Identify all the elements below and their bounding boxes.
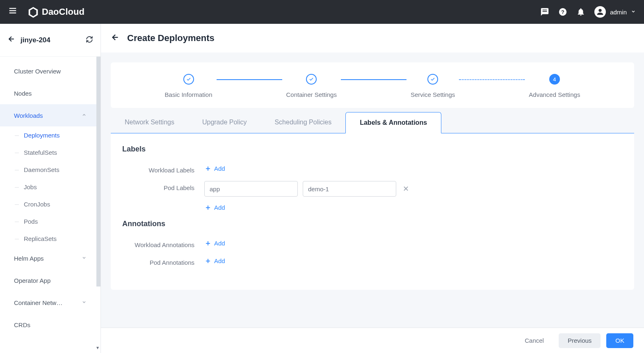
plus-icon: ＋ bbox=[204, 238, 212, 248]
step-check-icon bbox=[306, 74, 317, 85]
brand-icon bbox=[27, 6, 39, 18]
step-container-settings[interactable]: Container Settings bbox=[286, 74, 337, 98]
brand-text: DaoCloud bbox=[42, 7, 84, 17]
chevron-down-icon bbox=[631, 8, 636, 16]
add-workload-annotation-button[interactable]: ＋ Add bbox=[204, 238, 623, 248]
step-basic-info[interactable]: Basic Information bbox=[165, 74, 212, 98]
step-check-icon bbox=[183, 74, 194, 85]
topbar-right: ? admin bbox=[540, 6, 636, 18]
scroll-down-icon[interactable]: ▾ bbox=[95, 344, 100, 351]
nav-deployments[interactable]: Deployments bbox=[0, 126, 100, 144]
ok-button[interactable]: OK bbox=[606, 333, 633, 348]
topbar: DaoCloud ? admin bbox=[0, 0, 644, 24]
nav-container-network[interactable]: Container Netw… bbox=[0, 291, 100, 314]
footer: Cancel Previous OK bbox=[101, 328, 644, 353]
nav-cluster-overview[interactable]: Cluster Overview bbox=[0, 60, 100, 82]
step-connector-dotted bbox=[459, 79, 525, 80]
user-menu[interactable]: admin bbox=[594, 6, 636, 18]
user-name: admin bbox=[610, 9, 627, 16]
cluster-name: jinye-204 bbox=[21, 36, 81, 44]
user-avatar-icon bbox=[594, 6, 606, 18]
messages-icon[interactable] bbox=[540, 7, 549, 16]
sidebar-header: jinye-204 bbox=[0, 24, 100, 57]
row-workload-labels: Workload Labels ＋ Add bbox=[122, 163, 623, 174]
cancel-button[interactable]: Cancel bbox=[516, 333, 553, 348]
content: Basic Information Container Settings Ser… bbox=[101, 53, 644, 328]
sidebar-nav: Cluster Overview Nodes Workloads Deploym… bbox=[0, 57, 100, 353]
tab-body: Labels Workload Labels ＋ Add Pod Labels bbox=[111, 133, 634, 290]
nav-crds[interactable]: CRDs bbox=[0, 314, 100, 336]
nav-helm-apps[interactable]: Helm Apps bbox=[0, 247, 100, 269]
step-advanced-settings[interactable]: 4 Advanced Settings bbox=[529, 74, 580, 98]
nav-replicasets[interactable]: ReplicaSets bbox=[0, 230, 100, 247]
pod-label-key-input[interactable] bbox=[204, 181, 298, 197]
delete-row-icon[interactable]: ✕ bbox=[403, 184, 409, 193]
nav-jobs[interactable]: Jobs bbox=[0, 178, 100, 195]
menu-icon[interactable] bbox=[8, 6, 17, 18]
section-labels-title: Labels bbox=[122, 145, 623, 154]
page-header: Create Deployments bbox=[101, 24, 644, 53]
step-connector bbox=[217, 79, 282, 80]
nav-pods[interactable]: Pods bbox=[0, 213, 100, 230]
chevron-up-icon bbox=[82, 112, 87, 119]
tabs: Network Settings Upgrade Policy Scheduli… bbox=[111, 112, 634, 133]
nav-cronjobs[interactable]: CronJobs bbox=[0, 195, 100, 213]
tab-scheduling-policies[interactable]: Scheduling Policies bbox=[260, 112, 345, 133]
svg-point-5 bbox=[598, 9, 601, 12]
add-pod-label-button[interactable]: ＋ Add bbox=[204, 202, 623, 212]
section-annotations-title: Annotations bbox=[122, 220, 623, 228]
svg-text:?: ? bbox=[561, 9, 564, 15]
plus-icon: ＋ bbox=[204, 163, 212, 173]
label-workload-labels: Workload Labels bbox=[122, 163, 204, 174]
tab-labels-annotations[interactable]: Labels & Annotations bbox=[345, 112, 441, 133]
brand[interactable]: DaoCloud bbox=[27, 6, 84, 18]
chevron-down-icon bbox=[82, 300, 87, 306]
tab-upgrade-policy[interactable]: Upgrade Policy bbox=[188, 112, 261, 133]
step-check-icon bbox=[427, 74, 438, 85]
label-workload-annotations: Workload Annotations bbox=[122, 238, 204, 248]
row-workload-annotations: Workload Annotations ＋ Add bbox=[122, 238, 623, 248]
pod-label-value-input[interactable] bbox=[303, 181, 396, 197]
bell-icon[interactable] bbox=[576, 7, 585, 16]
refresh-icon[interactable] bbox=[86, 36, 93, 45]
help-icon[interactable]: ? bbox=[558, 7, 567, 16]
stepper: Basic Information Container Settings Ser… bbox=[127, 74, 618, 98]
main: Create Deployments Basic Information Con… bbox=[101, 24, 644, 353]
topbar-left: DaoCloud bbox=[8, 6, 84, 18]
nav-nodes[interactable]: Nodes bbox=[0, 82, 100, 104]
nav-statefulsets[interactable]: StatefulSets bbox=[0, 144, 100, 161]
nav-workloads[interactable]: Workloads bbox=[0, 104, 100, 126]
label-pod-annotations: Pod Annotations bbox=[122, 256, 204, 266]
tab-network-settings[interactable]: Network Settings bbox=[111, 112, 188, 133]
step-number-icon: 4 bbox=[549, 74, 560, 85]
step-service-settings[interactable]: Service Settings bbox=[411, 74, 455, 98]
nav-daemonsets[interactable]: DaemonSets bbox=[0, 161, 100, 178]
plus-icon: ＋ bbox=[204, 202, 212, 212]
add-pod-annotation-button[interactable]: ＋ Add bbox=[204, 256, 623, 266]
add-workload-label-button[interactable]: ＋ Add bbox=[204, 163, 623, 173]
row-pod-labels: Pod Labels ✕ ＋ Add bbox=[122, 181, 623, 212]
sidebar-scrollbar[interactable] bbox=[96, 57, 100, 287]
stepper-card: Basic Information Container Settings Ser… bbox=[111, 62, 634, 108]
sidebar: jinye-204 Cluster Overview Nodes Workloa… bbox=[0, 24, 101, 353]
pod-label-kv-row: ✕ bbox=[204, 181, 623, 197]
back-icon[interactable] bbox=[7, 35, 16, 45]
nav-operator-app[interactable]: Operator App bbox=[0, 269, 100, 291]
label-pod-labels: Pod Labels bbox=[122, 181, 204, 191]
page-back-icon[interactable] bbox=[111, 33, 120, 44]
chevron-down-icon bbox=[82, 255, 87, 261]
page-title: Create Deployments bbox=[127, 33, 215, 44]
step-connector bbox=[341, 79, 406, 80]
previous-button[interactable]: Previous bbox=[559, 333, 601, 348]
row-pod-annotations: Pod Annotations ＋ Add bbox=[122, 256, 623, 266]
plus-icon: ＋ bbox=[204, 256, 212, 266]
